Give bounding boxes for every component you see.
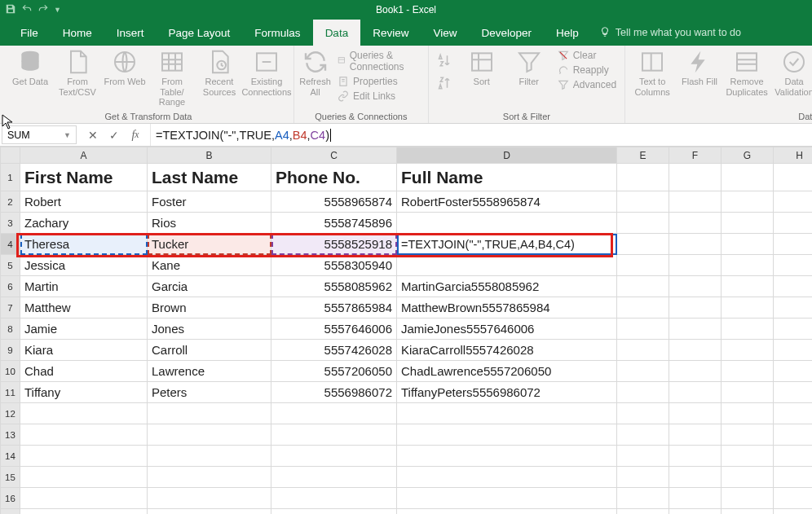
cell[interactable]: [271, 424, 397, 446]
cell[interactable]: [617, 424, 669, 446]
cell[interactable]: [722, 467, 774, 488]
cell[interactable]: [669, 509, 722, 515]
tab-developer[interactable]: Developer: [469, 20, 544, 46]
cell[interactable]: Jamie: [20, 319, 148, 340]
clear-button[interactable]: Clear: [554, 49, 620, 62]
cell[interactable]: [669, 467, 722, 488]
cell[interactable]: [774, 297, 813, 319]
qat-customize-icon[interactable]: ▼: [54, 6, 61, 14]
cell[interactable]: [722, 191, 774, 213]
cell[interactable]: Full Name: [397, 164, 617, 191]
cell[interactable]: [20, 403, 148, 424]
cell[interactable]: [20, 446, 148, 467]
cell[interactable]: 5557646006: [271, 319, 397, 340]
cell[interactable]: [617, 297, 669, 319]
cell[interactable]: Jessica: [20, 255, 148, 276]
cell[interactable]: [271, 403, 397, 424]
cell[interactable]: [617, 509, 669, 515]
cell[interactable]: 5558525918: [271, 234, 397, 255]
row-header[interactable]: 10: [1, 361, 20, 382]
cell[interactable]: [774, 509, 813, 515]
row-header[interactable]: 8: [1, 319, 20, 340]
cell[interactable]: [617, 340, 669, 361]
row-header[interactable]: 9: [1, 340, 20, 361]
cell[interactable]: Carroll: [148, 340, 271, 361]
cell[interactable]: [617, 403, 669, 424]
col-header-f[interactable]: F: [669, 147, 722, 164]
cell[interactable]: [722, 361, 774, 382]
cell[interactable]: Zachary: [20, 213, 148, 234]
tab-help[interactable]: Help: [544, 20, 591, 46]
cell[interactable]: 5556986072: [271, 382, 397, 403]
cell[interactable]: 5558965874: [271, 191, 397, 213]
col-header-g[interactable]: G: [722, 147, 774, 164]
recent-sources-button[interactable]: Recent Sources: [197, 49, 241, 97]
row-header[interactable]: 2: [1, 191, 20, 213]
cell[interactable]: Kiara: [20, 340, 148, 361]
reapply-button[interactable]: Reapply: [554, 64, 620, 77]
cell[interactable]: [774, 213, 813, 234]
enter-icon[interactable]: ✓: [104, 126, 124, 144]
cell[interactable]: [148, 424, 271, 446]
cell[interactable]: 5557426028: [271, 340, 397, 361]
row-header[interactable]: 5: [1, 255, 20, 276]
flash-fill-button[interactable]: Flash Fill: [677, 49, 722, 87]
cell[interactable]: [774, 276, 813, 297]
cell[interactable]: JamieJones5557646006: [397, 319, 617, 340]
row-header[interactable]: 16: [1, 488, 20, 509]
cell[interactable]: [669, 446, 722, 467]
undo-icon[interactable]: [21, 3, 33, 17]
cell[interactable]: [20, 424, 148, 446]
cell[interactable]: [774, 467, 813, 488]
formula-input[interactable]: =TEXTJOIN("-",TRUE,A4,B4,C4): [150, 124, 812, 146]
tab-data[interactable]: Data: [313, 20, 361, 46]
cell[interactable]: [722, 234, 774, 255]
row-header[interactable]: 13: [1, 424, 20, 446]
row-header[interactable]: 11: [1, 382, 20, 403]
cell[interactable]: [774, 340, 813, 361]
cell[interactable]: [722, 340, 774, 361]
cell[interactable]: [774, 164, 813, 191]
worksheet[interactable]: A B C D E F G H 1 First Name Last Name P…: [0, 147, 812, 514]
from-csv-button[interactable]: From Text/CSV: [55, 49, 99, 97]
dropdown-icon[interactable]: ▼: [64, 131, 71, 139]
cell[interactable]: [397, 213, 617, 234]
sort-az-button[interactable]: [434, 49, 457, 72]
cell[interactable]: [271, 467, 397, 488]
sort-button[interactable]: Sort: [460, 49, 504, 87]
existing-conn-button[interactable]: Existing Connections: [245, 49, 289, 97]
cell[interactable]: [774, 191, 813, 213]
cell[interactable]: [397, 403, 617, 424]
cell[interactable]: [148, 488, 271, 509]
cell[interactable]: [397, 424, 617, 446]
cell[interactable]: Garcia: [148, 276, 271, 297]
cell[interactable]: [148, 446, 271, 467]
cell[interactable]: First Name: [20, 164, 148, 191]
fx-icon[interactable]: fx: [126, 126, 145, 144]
tab-review[interactable]: Review: [360, 20, 421, 46]
cell[interactable]: [617, 467, 669, 488]
redo-icon[interactable]: [38, 3, 49, 17]
cell[interactable]: [722, 403, 774, 424]
row-header[interactable]: 7: [1, 297, 20, 319]
cell[interactable]: [722, 276, 774, 297]
cell[interactable]: Matthew: [20, 297, 148, 319]
row-header[interactable]: 3: [1, 213, 20, 234]
cell[interactable]: [617, 361, 669, 382]
cell[interactable]: Foster: [148, 191, 271, 213]
cell[interactable]: [722, 164, 774, 191]
refresh-all-button[interactable]: Refresh All: [299, 49, 331, 97]
cell[interactable]: [774, 234, 813, 255]
sort-za-button[interactable]: [434, 72, 457, 94]
cell[interactable]: [148, 467, 271, 488]
cell[interactable]: [617, 319, 669, 340]
tell-me-search[interactable]: Tell me what you want to do: [599, 20, 741, 46]
cell[interactable]: 5558085962: [271, 276, 397, 297]
col-header-e[interactable]: E: [617, 147, 669, 164]
cell[interactable]: [397, 446, 617, 467]
cell[interactable]: Lawrence: [148, 361, 271, 382]
data-validation-button[interactable]: Data Validation: [772, 49, 812, 97]
cell[interactable]: [722, 488, 774, 509]
cell[interactable]: [669, 276, 722, 297]
cell[interactable]: Brown: [148, 297, 271, 319]
